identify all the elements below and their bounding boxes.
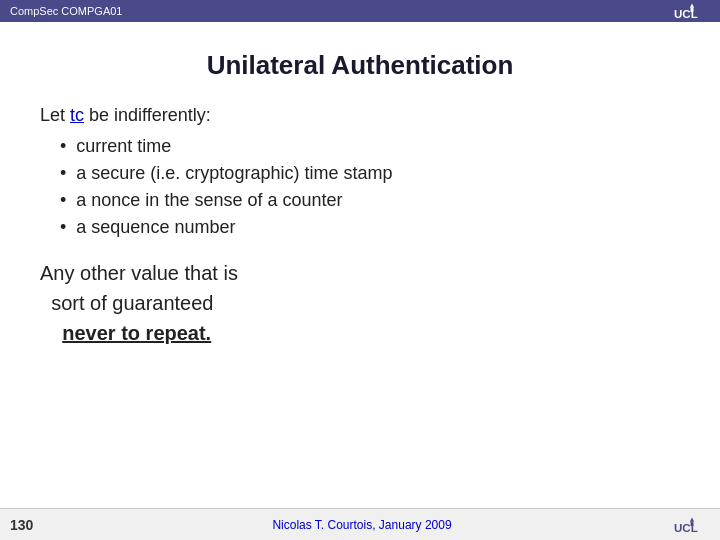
list-item: a nonce in the sense of a counter — [60, 190, 680, 211]
list-item: current time — [60, 136, 680, 157]
svg-marker-0 — [690, 3, 694, 7]
ucl-logo-top: UCL — [674, 2, 710, 20]
slide-number: 130 — [10, 517, 50, 533]
bullet-item-2: a secure (i.e. cryptographic) time stamp — [76, 163, 392, 184]
bullet-item-3: a nonce in the sense of a counter — [76, 190, 342, 211]
course-label: CompSec COMPGA01 — [10, 5, 122, 17]
ucl-logo-bottom: UCL — [674, 516, 710, 534]
list-item: a secure (i.e. cryptographic) time stamp — [60, 163, 680, 184]
slide-content: Unilateral Authentication Let tc be indi… — [0, 22, 720, 508]
svg-marker-3 — [690, 517, 694, 521]
slide-title: Unilateral Authentication — [40, 50, 680, 81]
ucl-logo-bottom-icon: UCL — [674, 516, 710, 534]
bottom-bar: 130 Nicolas T. Courtois, January 2009 UC… — [0, 508, 720, 540]
bullet-list: current time a secure (i.e. cryptographi… — [60, 136, 680, 238]
list-item: a sequence number — [60, 217, 680, 238]
any-other-line2: sort of guaranteed — [51, 292, 213, 314]
svg-text:UCL: UCL — [674, 8, 698, 20]
never-text: never to repeat. — [62, 322, 211, 344]
any-other-line1: Any other value that is — [40, 262, 238, 284]
svg-text:UCL: UCL — [674, 521, 698, 533]
tc-variable: tc — [70, 105, 84, 125]
bullet-item-1: current time — [76, 136, 171, 157]
any-other-block: Any other value that is sort of guarante… — [40, 258, 680, 348]
footer-author: Nicolas T. Courtois, January 2009 — [50, 518, 674, 532]
top-bar: CompSec COMPGA01 UCL — [0, 0, 720, 22]
bullet-item-4: a sequence number — [76, 217, 235, 238]
intro-text: Let tc be indifferently: — [40, 105, 680, 126]
ucl-logo-top-icon: UCL — [674, 2, 710, 20]
intro-suffix: be indifferently: — [89, 105, 211, 125]
